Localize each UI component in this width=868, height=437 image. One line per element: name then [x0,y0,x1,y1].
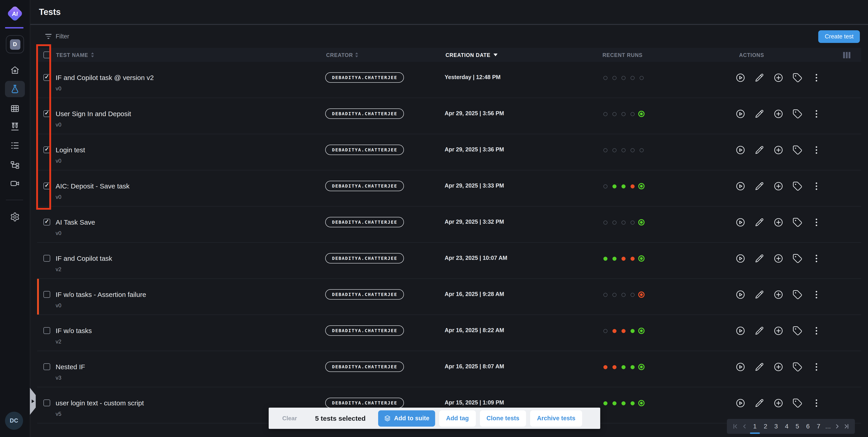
more-options-button[interactable] [811,181,822,191]
sidebar-item-recordings[interactable] [10,178,20,189]
edit-test-button[interactable] [754,290,765,300]
add-to-suite-button[interactable] [773,217,783,227]
run-test-button[interactable] [736,145,745,155]
column-header-test-name[interactable]: TEST NAME [56,52,94,58]
edit-test-button[interactable] [754,145,765,155]
clear-selection-button[interactable]: Clear [282,415,297,422]
table-row[interactable]: IF w/o tasks - Assertion failure v0 DEBA… [37,279,861,315]
sidebar-item-workflows[interactable] [10,160,20,170]
pagination-page-7[interactable]: 7 [814,419,823,434]
table-row[interactable]: Nested IF v3 DEBADITYA.CHATTERJEE Apr 16… [37,351,861,387]
test-name[interactable]: AIC: Deposit - Save task [56,182,130,190]
row-checkbox[interactable] [43,182,50,189]
run-test-button[interactable] [736,254,745,264]
add-tag-button[interactable] [793,254,802,264]
row-checkbox[interactable] [43,255,50,262]
more-options-button[interactable] [811,254,822,264]
edit-test-button[interactable] [754,362,765,372]
sidebar-item-settings[interactable] [10,212,20,222]
table-row[interactable]: IF and Copilot task v2 DEBADITYA.CHATTER… [37,243,861,279]
user-avatar[interactable]: DC [5,412,23,430]
add-tag-button[interactable] [793,145,802,155]
test-name[interactable]: IF and Copilot task [56,255,112,263]
run-test-button[interactable] [736,73,745,83]
row-checkbox[interactable] [43,110,50,117]
add-tag-button[interactable] [793,290,802,300]
more-options-button[interactable] [811,326,822,336]
sidebar-item-tests[interactable] [10,84,20,94]
add-to-suite-button[interactable] [773,398,783,408]
table-row[interactable]: Login test v0 DEBADITYA.CHATTERJEE Apr 2… [37,134,861,170]
row-checkbox[interactable] [43,74,50,81]
add-tag-button[interactable] [793,181,802,191]
more-options-button[interactable] [811,217,822,227]
test-name[interactable]: AI Task Save [56,218,95,226]
clone-tests-button[interactable]: Clone tests [480,410,526,426]
run-test-button[interactable] [736,326,745,336]
add-to-suite-button[interactable] [773,362,783,372]
edit-test-button[interactable] [754,109,765,119]
add-to-suite-button[interactable] [773,145,783,155]
add-tag-button[interactable] [793,217,802,227]
table-row[interactable]: IF w/o tasks v2 DEBADITYA.CHATTERJEE Apr… [37,315,861,351]
run-test-button[interactable] [736,362,745,372]
workspace-button[interactable]: D [6,35,24,53]
table-row[interactable]: AI Task Save v0 DEBADITYA.CHATTERJEE Apr… [37,206,861,243]
run-test-button[interactable] [736,217,745,227]
run-test-button[interactable] [736,290,745,300]
add-tag-button[interactable] [793,326,802,336]
sidebar-item-suites[interactable] [10,103,20,113]
test-name[interactable]: IF w/o tasks [56,327,92,335]
table-row[interactable]: User Sign In and Deposit v0 DEBADITYA.CH… [37,98,861,134]
more-options-button[interactable] [811,398,822,408]
add-tag-button[interactable] [793,398,802,408]
test-name[interactable]: User Sign In and Deposit [56,110,131,118]
app-logo[interactable]: AI [7,5,23,22]
add-to-suite-button[interactable] [773,73,783,83]
edit-test-button[interactable] [754,217,765,227]
pagination-page-1[interactable]: 1 [751,419,759,434]
pagination-prev-button[interactable] [741,423,748,430]
add-to-suite-button[interactable] [773,290,783,300]
row-checkbox[interactable] [43,400,50,406]
add-tag-button[interactable] [793,362,802,372]
more-options-button[interactable] [811,73,822,83]
more-options-button[interactable] [811,109,822,119]
edit-test-button[interactable] [754,181,765,191]
table-row[interactable]: AIC: Deposit - Save task v0 DEBADITYA.CH… [37,170,861,206]
pagination-last-button[interactable] [843,423,850,430]
more-options-button[interactable] [811,290,822,300]
more-options-button[interactable] [811,362,822,372]
row-checkbox[interactable] [43,363,50,370]
add-to-suite-button[interactable] [773,254,783,264]
test-name[interactable]: user login text - custom script [56,399,144,407]
filter-button[interactable]: Filter [45,33,69,40]
edit-test-button[interactable] [754,326,765,336]
column-header-creator[interactable]: CREATOR [325,52,445,58]
row-checkbox[interactable] [43,219,50,226]
sidebar-item-home[interactable] [10,65,20,75]
pagination-next-button[interactable] [833,423,841,430]
more-options-button[interactable] [811,145,822,155]
pagination-page-6[interactable]: 6 [804,419,812,434]
add-to-suite-button[interactable] [773,181,783,191]
test-name[interactable]: IF and Copilot task @ version v2 [56,74,154,82]
add-tag-button[interactable]: Add tag [439,410,476,426]
pagination-page-2[interactable]: 2 [762,419,770,434]
edit-test-button[interactable] [754,254,765,264]
row-checkbox[interactable] [43,146,50,153]
run-test-button[interactable] [736,181,745,191]
pagination-page-3[interactable]: 3 [772,419,780,434]
test-name[interactable]: Login test [56,146,85,154]
sidebar-item-runs[interactable] [10,122,20,132]
test-name[interactable]: Nested IF [56,363,85,371]
run-test-button[interactable] [736,109,745,119]
add-to-suite-button[interactable] [773,109,783,119]
archive-tests-button[interactable]: Archive tests [530,410,582,426]
add-to-suite-button[interactable] [773,326,783,336]
edit-test-button[interactable] [754,73,765,83]
create-test-button[interactable]: Create test [818,30,860,43]
edit-test-button[interactable] [754,398,765,408]
run-test-button[interactable] [736,398,745,408]
row-checkbox[interactable] [43,291,50,298]
